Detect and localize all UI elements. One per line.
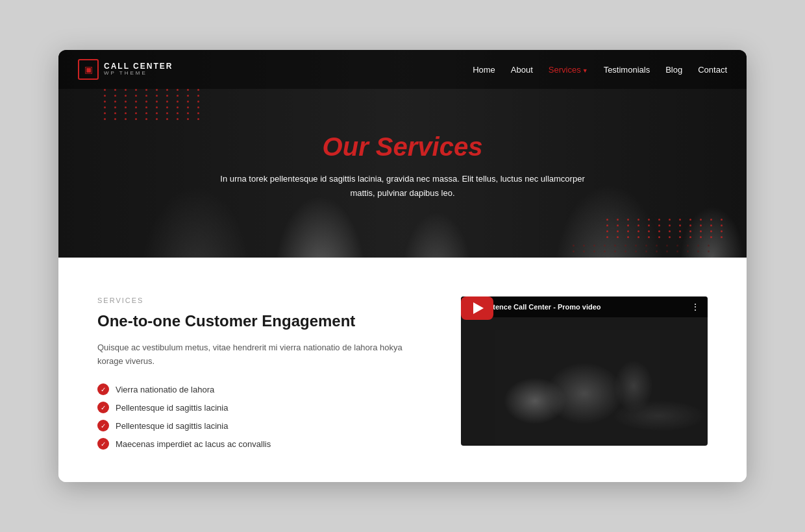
video-container: Competence Call Center - Promo video ⋮ [461,296,708,446]
nav-item-testimonials[interactable]: Testimonials [604,64,650,75]
nav-links: Home About Services▼ Testimonials Blog C… [473,64,727,75]
services-dropdown-arrow: ▼ [582,67,588,74]
hero-section: (function() { const container = document… [58,50,747,258]
video-thumbnail[interactable]: Competence Call Center - Promo video ⋮ [461,296,708,446]
nav-link-services[interactable]: Services▼ [549,65,588,75]
nav-link-blog[interactable]: Blog [665,65,682,75]
feature-label-4: Maecenas imperdiet ac lacus ac convallis [116,439,271,449]
nav-item-about[interactable]: About [511,64,533,75]
video-top-bar: Competence Call Center - Promo video ⋮ [461,296,708,317]
browser-window: (function() { const container = document… [58,50,747,483]
feature-item-4: ✓ Maecenas imperdiet ac lacus ac convall… [97,438,422,450]
logo-icon-symbol: ▣ [84,64,93,75]
feature-item-2: ✓ Pellentesque id sagittis lacinia [97,402,422,413]
video-menu-icon[interactable]: ⋮ [691,302,700,312]
dot-pattern-bottom-right: (function() { const container = document… [606,219,727,238]
hero-content: Our Services In urna torek pellentesque … [208,132,597,200]
play-triangle-icon [473,302,484,314]
logo-text: CALL CENTER WP THEME [104,62,173,77]
nav-item-home[interactable]: Home [473,64,495,75]
check-icon-3: ✓ [97,420,109,431]
check-icon-2: ✓ [97,402,109,413]
services-title: One-to-one Customer Engagement [97,311,422,331]
services-text-section: SERVICES One-to-one Customer Engagement … [97,296,422,450]
video-background [461,296,708,446]
check-icon-1: ✓ [97,383,109,395]
play-button[interactable] [461,296,493,320]
feature-item-3: ✓ Pellentesque id sagittis lacinia [97,420,422,431]
feature-list: ✓ Vierra nationatio de lahora ✓ Pellente… [97,383,422,450]
navbar: ▣ CALL CENTER WP THEME Home About Servic… [58,50,747,89]
logo: ▣ CALL CENTER WP THEME [78,59,173,80]
logo-sub-text: WP THEME [104,71,173,77]
hero-subtitle: In urna torek pellentesque id sagittis l… [208,172,597,200]
feature-label-3: Pellentesque id sagittis lacinia [116,421,228,431]
nav-item-contact[interactable]: Contact [698,64,727,75]
main-content: (function() { const container = document… [58,258,747,483]
content-grid: SERVICES One-to-one Customer Engagement … [97,296,708,450]
feature-item-1: ✓ Vierra nationatio de lahora [97,383,422,395]
nav-link-home[interactable]: Home [473,65,495,75]
logo-main-text: CALL CENTER [104,62,173,71]
dot-pattern-top-left: (function() { const container = document… [104,89,204,120]
nav-link-contact[interactable]: Contact [698,65,727,75]
hero-title: Our Services [208,132,597,162]
nav-link-about[interactable]: About [511,65,533,75]
check-icon-4: ✓ [97,438,109,450]
feature-label-2: Pellentesque id sagittis lacinia [116,403,228,413]
nav-item-services[interactable]: Services▼ [549,64,588,75]
logo-icon: ▣ [78,59,99,80]
nav-link-testimonials[interactable]: Testimonials [604,65,650,75]
services-label: SERVICES [97,296,422,304]
feature-label-1: Vierra nationatio de lahora [116,385,214,394]
nav-item-blog[interactable]: Blog [665,64,682,75]
services-description: Quisque ac vestibulum metus, vitae hendr… [97,341,422,369]
